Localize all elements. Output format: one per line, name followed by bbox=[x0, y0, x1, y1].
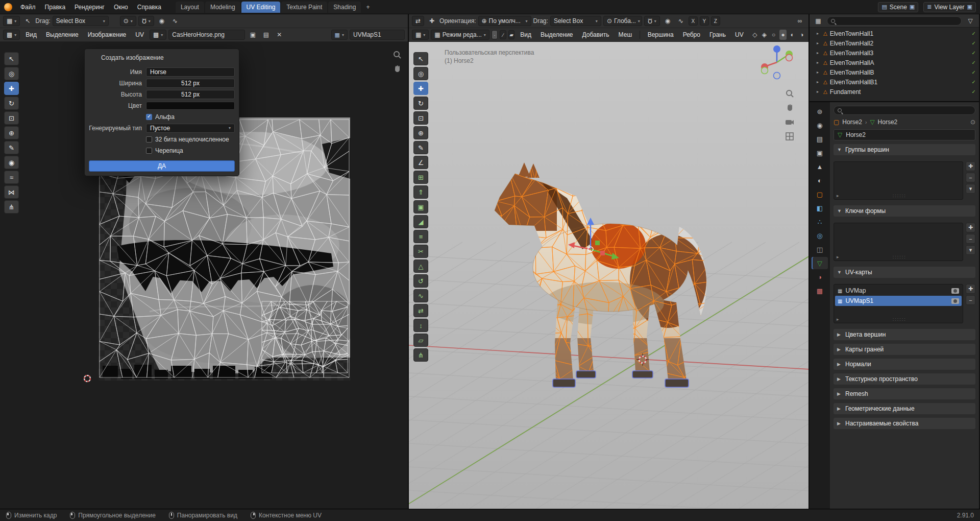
tab-constraints[interactable]: ◫ bbox=[812, 243, 828, 255]
tool-transform[interactable]: ⊕ bbox=[413, 126, 428, 139]
tiled-checkbox[interactable] bbox=[146, 148, 152, 154]
falloff-icon[interactable]: ∿ bbox=[675, 16, 687, 26]
move-gizmo[interactable] bbox=[555, 214, 626, 285]
active-render-camera-icon[interactable] bbox=[951, 298, 959, 304]
tab-texture-paint[interactable]: Texture Paint bbox=[281, 2, 327, 13]
vp-menu-select[interactable]: Выделение bbox=[537, 30, 577, 40]
shading-rendered-icon[interactable]: ◑ bbox=[798, 30, 805, 40]
tweak-icon[interactable]: ↖ bbox=[22, 16, 33, 26]
uv-map-row-selected[interactable]: ▦ UVMapS1 bbox=[835, 296, 962, 306]
tool-cursor[interactable]: ◎ bbox=[4, 67, 19, 80]
outliner-item[interactable]: ▸△ElvenTownHallB✓ bbox=[810, 67, 979, 77]
outliner-search-input[interactable] bbox=[827, 16, 962, 26]
float-checkbox[interactable] bbox=[146, 136, 152, 143]
uv-menu-image[interactable]: Изображение bbox=[84, 30, 130, 40]
tab-render[interactable]: ◉ bbox=[812, 119, 828, 131]
section-texture-space[interactable]: ▶Текстурное пространство bbox=[834, 373, 975, 385]
breadcrumb-data[interactable]: Horse2 bbox=[878, 119, 898, 126]
tab-physics[interactable]: ◎ bbox=[812, 229, 828, 242]
section-custom-properties[interactable]: ▶Настраиваемые свойства bbox=[834, 418, 975, 429]
remove-uv-map-button[interactable]: − bbox=[966, 295, 975, 305]
tool-poly-build[interactable]: △ bbox=[413, 259, 428, 273]
uvmap-field[interactable]: UVMapS1 bbox=[350, 30, 405, 40]
menu-file[interactable]: Файл bbox=[16, 2, 40, 12]
vp-menu-vertex[interactable]: Вершина bbox=[644, 30, 677, 40]
tool-add-cube[interactable]: ⊞ bbox=[413, 171, 428, 184]
outliner-item[interactable]: ▸△ElvenTownHall1✓ bbox=[810, 29, 979, 38]
vp-menu-edge[interactable]: Ребро bbox=[679, 30, 704, 40]
vp-menu-add[interactable]: Добавить bbox=[579, 30, 613, 40]
tool-loop-cut[interactable]: ≡ bbox=[413, 230, 428, 243]
new-scene-icon[interactable]: ▣ bbox=[910, 4, 915, 10]
tool-bevel[interactable]: ◢ bbox=[413, 215, 428, 228]
pin-icon[interactable]: ⊙ bbox=[970, 119, 975, 126]
zoom-icon[interactable] bbox=[785, 89, 794, 98]
tool-knife[interactable]: ✂ bbox=[413, 245, 428, 258]
open-image-icon[interactable]: ▤ bbox=[260, 30, 272, 40]
vp-drag-dropdown[interactable]: Select Box▾ bbox=[550, 16, 601, 26]
selectable-check-icon[interactable]: ✓ bbox=[972, 31, 976, 36]
height-input[interactable]: 512 px bbox=[146, 90, 235, 99]
uv-editor-type-dropdown[interactable]: ▩▾ bbox=[3, 30, 20, 40]
vp-editor-type-dropdown[interactable]: ▦▾ bbox=[412, 30, 429, 40]
selectable-check-icon[interactable]: ✓ bbox=[972, 89, 976, 94]
fake-user-icon[interactable]: ▣ bbox=[247, 30, 258, 40]
shape-keys-list[interactable]: ▸:::::: bbox=[834, 223, 963, 261]
axis-z-button[interactable]: Z bbox=[711, 16, 720, 26]
tool-pinch[interactable]: ⋈ bbox=[4, 185, 19, 199]
remove-vertex-group-button[interactable]: − bbox=[966, 173, 975, 182]
pan-hand-icon[interactable] bbox=[393, 64, 402, 74]
tool-relax[interactable]: ≈ bbox=[4, 171, 19, 184]
section-uv-maps[interactable]: ▼UV-карты bbox=[834, 267, 975, 278]
axis-x-button[interactable]: X bbox=[689, 16, 698, 26]
shading-wireframe-icon[interactable]: ○ bbox=[770, 30, 777, 40]
vertex-groups-list[interactable]: ▸:::::: bbox=[834, 161, 963, 200]
tool-scale[interactable]: ⊡ bbox=[4, 111, 19, 125]
shape-key-specials-button[interactable]: ▾ bbox=[966, 245, 975, 255]
tab-texture[interactable]: ▩ bbox=[812, 285, 828, 297]
vertex-select-mode-button[interactable]: ∙ bbox=[492, 30, 498, 39]
snap-dropdown[interactable]: Ω▾ bbox=[644, 16, 660, 26]
outliner-item[interactable]: ▸△ElvenTownHall2✓ bbox=[810, 38, 979, 48]
active-render-camera-icon[interactable] bbox=[951, 288, 959, 294]
tab-tool[interactable]: ⊚ bbox=[812, 105, 828, 117]
tool-rotate[interactable]: ↻ bbox=[413, 97, 428, 110]
dialog-ok-button[interactable]: ДА bbox=[89, 160, 235, 172]
face-select-mode-button[interactable]: ▰ bbox=[508, 30, 514, 39]
menu-render[interactable]: Рендеринг bbox=[70, 2, 109, 12]
image-name-input[interactable]: Horse bbox=[146, 67, 235, 77]
options-icon[interactable]: ∞ bbox=[794, 16, 805, 26]
color-swatch[interactable] bbox=[146, 102, 235, 110]
tool-shear[interactable]: ▱ bbox=[413, 334, 428, 347]
tool-rip-region[interactable]: ⋔ bbox=[413, 348, 428, 362]
edge-select-mode-button[interactable]: ∕ bbox=[500, 30, 506, 39]
falloff-icon[interactable]: ∿ bbox=[169, 16, 181, 26]
move-tool-icon[interactable]: ✚ bbox=[426, 16, 437, 26]
tool-edge-slide[interactable]: ⇄ bbox=[413, 304, 428, 317]
tab-output[interactable]: ▤ bbox=[812, 133, 828, 145]
view-layer-selector[interactable]: ≣ View Layer ▣ bbox=[923, 2, 976, 12]
unlink-image-icon[interactable]: ✕ bbox=[274, 30, 285, 40]
tool-tweak-select[interactable]: ↖ bbox=[413, 52, 428, 65]
section-vertex-groups[interactable]: ▼Группы вершин bbox=[834, 144, 975, 155]
tab-modeling[interactable]: Modeling bbox=[205, 2, 240, 13]
axis-y-button[interactable]: Y bbox=[700, 16, 709, 26]
tab-modifiers[interactable]: ◧ bbox=[812, 202, 828, 214]
vp-menu-mesh[interactable]: Меш bbox=[615, 30, 635, 40]
proportional-edit-icon[interactable]: ◉ bbox=[662, 16, 673, 26]
tool-spin[interactable]: ↺ bbox=[413, 274, 428, 288]
tool-rip-region[interactable]: ⋔ bbox=[4, 200, 19, 214]
orientation-dropdown[interactable]: ⊕По умолч...▾ bbox=[478, 16, 531, 26]
shading-material-icon[interactable]: ◐ bbox=[789, 30, 796, 40]
uv-menu-uv[interactable]: UV bbox=[132, 30, 148, 40]
uv-menu-select[interactable]: Выделение bbox=[42, 30, 82, 40]
tool-measure[interactable]: ∠ bbox=[413, 156, 428, 169]
tool-grab[interactable]: ◉ bbox=[4, 156, 19, 169]
width-input[interactable]: 512 px bbox=[146, 79, 235, 88]
outliner-item[interactable]: ▸△ElvenTownHallB1✓ bbox=[810, 77, 979, 87]
tab-uv-editing[interactable]: UV Editing bbox=[241, 2, 281, 13]
uv-map-row[interactable]: ▦ UVMap bbox=[835, 286, 962, 296]
breadcrumb-object[interactable]: Horse2 bbox=[842, 119, 862, 126]
tool-transform[interactable]: ⊕ bbox=[4, 126, 19, 139]
outliner-item[interactable]: ▸△ElvenTownHallA✓ bbox=[810, 58, 979, 67]
